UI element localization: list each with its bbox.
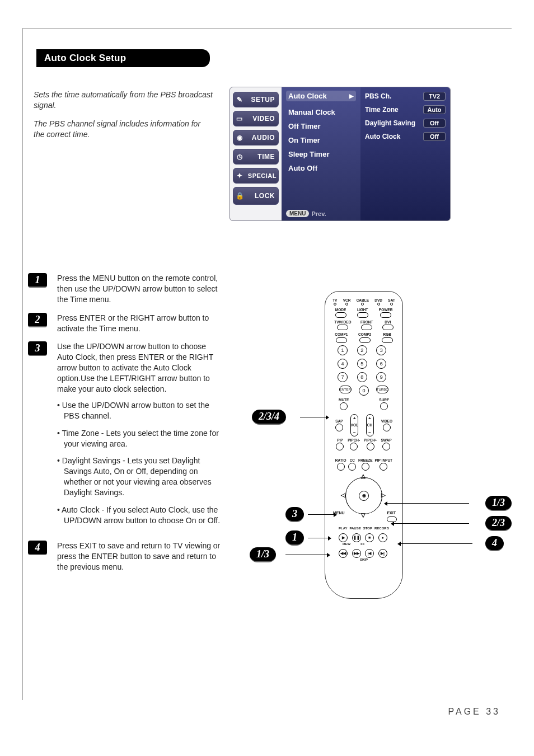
osd-tab-audio[interactable]: ◉AUDIO [233,130,279,145]
light-button[interactable] [357,312,368,318]
digit-button[interactable]: 5 [357,359,367,369]
osd-value-row: PBS Ch.TV2 [365,92,446,101]
osd-tab-lock[interactable]: 🔒LOCK [233,187,279,205]
digit-button[interactable]: 8 [357,372,367,382]
arrow-right-icon[interactable]: ▷ [381,492,386,498]
mute-button[interactable] [340,402,348,410]
step-body: Press EXIT to save and return to TV view… [57,541,224,572]
rew-button[interactable]: ◀◀ [339,549,348,558]
video-icon: ▭ [236,115,243,123]
ff-button[interactable]: ▶▶ [352,549,361,558]
video-button[interactable] [383,424,391,431]
time-icon: ◷ [236,153,243,161]
osd-value: Off [423,132,446,141]
stop-button[interactable]: ■ [365,533,374,542]
remote-body: TV VCR CABLE DVD SAT MODE LIGHT POWER TV… [325,291,403,599]
lead-line [300,417,328,417]
osd-tab-video[interactable]: ▭VIDEO [233,111,279,126]
digit-button[interactable]: 3 [376,345,386,355]
freeze-button[interactable] [362,463,369,471]
osd-item[interactable]: Manual Clock [287,107,355,118]
dpad-center-button[interactable]: ◉ [359,491,369,501]
page-title: Auto Clock Setup [36,49,210,67]
osd-item[interactable]: Auto Off [287,163,355,173]
sap-button[interactable] [335,424,343,431]
osd-footer: MENU Prev. [286,210,326,217]
skipfwd-button[interactable]: ▶| [378,549,387,558]
bullet: Time Zone - Lets you select the time zon… [57,428,224,449]
callout-exit: 4 [485,536,504,551]
rgb-button[interactable] [382,337,393,343]
osd-tab-list: ✎SETUP ▭VIDEO ◉AUDIO ◷TIME ✦SPECIAL 🔒LOC… [230,87,282,220]
bullet: Auto Clock - If you select Auto Clock, u… [57,505,224,526]
digit-button[interactable]: 4 [338,359,348,369]
led-icon [345,303,348,306]
setup-icon: ✎ [236,96,243,104]
swap-button[interactable] [382,443,390,450]
surf-button[interactable] [380,402,388,410]
osd-item[interactable]: On Timer [287,135,355,145]
pause-button[interactable]: ❚❚ [352,533,361,542]
tvvideo-button[interactable] [337,325,348,330]
arrow-up-icon[interactable]: △ [361,473,366,479]
record-button[interactable]: ● [378,533,387,542]
digit-button[interactable]: 9 [376,372,386,382]
lead-line [392,523,469,524]
skipback-button[interactable]: |◀ [365,549,374,558]
callout-menu-bot: 1/3 [250,547,276,562]
digit-button[interactable]: 6 [376,359,386,369]
vol-rocker[interactable]: +VOL− [350,414,358,436]
remote-diagram: TV VCR CABLE DVD SAT MODE LIGHT POWER TV… [246,285,515,610]
mode-button[interactable] [335,312,346,318]
digit-button[interactable]: 0 [359,386,369,396]
osd-tab-time[interactable]: ◷TIME [233,149,279,165]
pipchup-button[interactable] [367,443,374,450]
digit-button[interactable]: 2 [357,345,367,355]
osd-tab-setup[interactable]: ✎SETUP [233,92,279,107]
osd-value-row: Daylight SavingOff [365,119,446,128]
osd-value-row: Auto ClockOff [365,132,446,141]
callout-up: 1/3 [485,496,512,511]
arrow-left-icon[interactable]: ◁ [341,492,345,498]
osd-tab-special[interactable]: ✦SPECIAL [233,168,279,184]
pipinput-button[interactable] [380,463,387,471]
comp1-button[interactable] [336,337,347,343]
pip-button[interactable] [336,443,344,450]
ratio-button[interactable] [337,463,345,471]
arrow-down-icon[interactable]: ▽ [361,512,366,518]
dpad: ◉ △ ▽ ◁ ▷ MENU EXIT [333,474,395,524]
turbo-button[interactable]: TURBO [376,386,388,393]
callout-menu: 1 [285,530,304,546]
audio-icon: ◉ [236,134,243,142]
led-icon [390,303,393,306]
digit-button[interactable]: 7 [338,372,348,382]
intro-paragraph: Sets the time automatically from the PBS… [34,90,213,111]
front-button[interactable] [361,325,372,330]
bullet: Use the UP/DOWN arrow button to set the … [57,400,224,421]
ch-rocker[interactable]: +CH− [366,414,374,436]
step: 3 Use the UP/DOWN arrow button to choose… [28,341,224,532]
comp2-button[interactable] [359,337,371,343]
intro-paragraph: The PBS channel signal includes informat… [34,119,213,140]
power-button[interactable] [380,312,391,318]
lead-line [308,514,336,515]
osd-item[interactable]: Sleep Timer [287,149,355,159]
special-icon: ✦ [236,172,243,180]
pipchdown-button[interactable] [350,443,358,450]
cc-button[interactable] [348,463,356,471]
callout-right: 2/3 [485,516,512,531]
step: 1 Press the MENU button on the remote co… [28,273,224,305]
step-number-badge: 1 [28,273,47,288]
lead-line [285,555,329,555]
dvi-button[interactable] [382,325,394,330]
enter-button[interactable]: ENTER [339,386,352,393]
led-icon [361,303,364,306]
digit-button[interactable]: 1 [338,345,348,355]
osd-item[interactable]: Off Timer [287,121,355,132]
lead-line [385,503,469,504]
osd-menu: ✎SETUP ▭VIDEO ◉AUDIO ◷TIME ✦SPECIAL 🔒LOC… [229,87,451,221]
play-button[interactable]: ▶ [339,533,348,542]
callout-dpad: 3 [285,507,304,522]
intro-text: Sets the time automatically from the PBS… [34,90,213,148]
osd-item-auto-clock[interactable]: Auto Clock ▶ [286,91,356,101]
